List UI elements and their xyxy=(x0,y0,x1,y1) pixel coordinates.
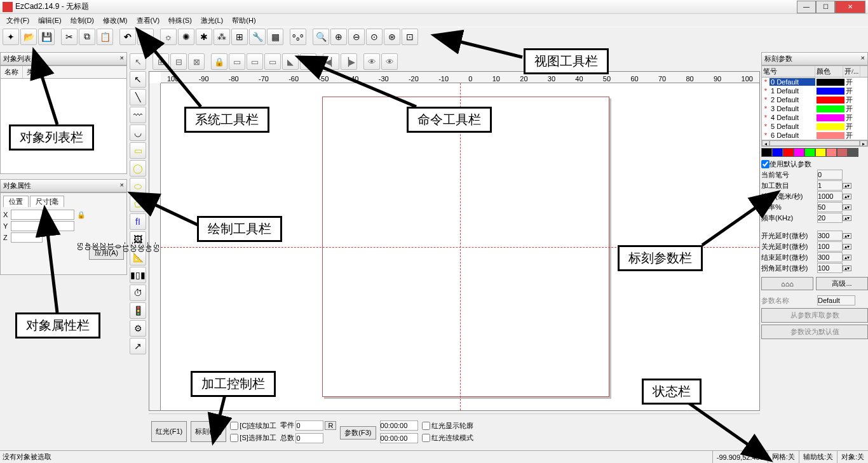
arc-icon[interactable]: ◡ xyxy=(130,124,146,141)
end-delay-input[interactable] xyxy=(817,252,843,262)
tool-icon[interactable]: ᵒₒᵒ xyxy=(290,29,306,45)
load-param-button[interactable]: 从参数库取参数 xyxy=(761,308,868,323)
menu-view[interactable]: 查看(V) xyxy=(133,15,164,27)
xs-input[interactable] xyxy=(43,210,74,220)
undo-icon[interactable]: ↶ xyxy=(119,29,136,45)
red-continuous-checkbox[interactable] xyxy=(422,434,430,442)
rect-icon[interactable]: ▭ xyxy=(130,142,146,159)
count-input[interactable] xyxy=(817,180,843,191)
color-swatch[interactable] xyxy=(772,148,783,157)
color-swatch[interactable] xyxy=(815,148,826,157)
r-button[interactable]: R xyxy=(325,421,336,430)
zoom-all-icon[interactable]: ⊛ xyxy=(384,29,400,45)
ellipse-icon[interactable]: ⬭ xyxy=(130,178,146,194)
set-default-button[interactable]: 参数设为默认值 xyxy=(761,325,868,339)
corner-delay-input[interactable] xyxy=(817,263,843,273)
cur-pen-input[interactable] xyxy=(817,170,843,180)
zoom-out-icon[interactable]: ⊖ xyxy=(348,29,365,45)
zoom-icon[interactable]: 🔍 xyxy=(313,29,329,45)
menu-modify[interactable]: 修改(M) xyxy=(99,15,132,27)
color-swatch[interactable] xyxy=(826,148,837,157)
extend-icon[interactable]: ↗ xyxy=(130,338,146,354)
tool-icon[interactable]: ✺ xyxy=(178,29,194,45)
tool-icon[interactable]: ⊞ xyxy=(231,29,248,45)
save-icon[interactable]: 💾 xyxy=(38,29,55,45)
close-panel-icon[interactable]: × xyxy=(120,181,124,191)
lock-icon[interactable]: 🔒 xyxy=(77,211,86,219)
timer-icon[interactable]: ⏱ xyxy=(130,285,146,301)
tab-size[interactable]: 尺寸[毫 xyxy=(30,196,64,207)
text-icon[interactable]: fI xyxy=(130,213,146,230)
polygon-icon[interactable]: ⬠ xyxy=(130,196,146,212)
line-icon[interactable]: ╲ xyxy=(130,89,146,105)
select-checkbox[interactable] xyxy=(230,434,238,442)
open-icon[interactable]: 📂 xyxy=(20,29,37,45)
tool-icon[interactable]: 🔧 xyxy=(249,29,266,45)
curve-icon[interactable]: 〰 xyxy=(130,107,146,123)
color-swatch[interactable] xyxy=(848,148,858,157)
pen-row[interactable]: *2 Default开 xyxy=(762,95,867,104)
freq-input[interactable] xyxy=(817,213,843,223)
use-default-checkbox[interactable] xyxy=(761,160,770,168)
minimize-button[interactable]: — xyxy=(797,1,816,13)
pointer-icon[interactable]: ↖ xyxy=(130,71,146,88)
loop-button[interactable]: ⌂⌂⌂ xyxy=(761,277,813,290)
menu-draw[interactable]: 绘制(D) xyxy=(67,15,98,27)
close-panel-icon[interactable]: × xyxy=(120,54,124,64)
tab-position[interactable]: 位置 xyxy=(3,196,29,207)
paste-icon[interactable]: 📋 xyxy=(97,29,113,45)
total-input[interactable] xyxy=(295,433,323,443)
tool-icon[interactable]: ✱ xyxy=(196,29,212,45)
status-snap[interactable]: 对象:关 xyxy=(837,451,868,463)
barcode-icon[interactable]: ▮▯▮ xyxy=(130,267,146,283)
tool-icon[interactable]: ▦ xyxy=(267,29,283,45)
maximize-button[interactable]: ☐ xyxy=(816,1,835,13)
param-button[interactable]: 参数(F3) xyxy=(340,426,376,440)
advanced-button[interactable]: 高级... xyxy=(816,277,868,290)
menu-special[interactable]: 特殊(S) xyxy=(165,15,196,27)
red-light-button[interactable]: 红光(F1) xyxy=(151,421,187,442)
zoom-in-icon[interactable]: ⊕ xyxy=(330,29,347,45)
zoom-fit-icon[interactable]: ⊙ xyxy=(366,29,383,45)
on-delay-input[interactable] xyxy=(817,231,843,241)
param-name-input[interactable] xyxy=(817,295,855,305)
pen-list[interactable]: 笔号 颜色 开/... *0 Default开*1 Default开*2 Def… xyxy=(761,65,868,147)
encoder-icon[interactable]: ⚙ xyxy=(130,320,146,337)
pen-row[interactable]: *5 Default开 xyxy=(762,122,867,131)
tool-icon[interactable]: ☼ xyxy=(160,29,177,45)
x-input[interactable] xyxy=(11,210,43,220)
color-swatch[interactable] xyxy=(761,148,772,157)
pen-row[interactable]: *4 Default开 xyxy=(762,113,867,122)
circle-icon[interactable]: ◯ xyxy=(130,160,146,177)
y-input[interactable] xyxy=(11,221,43,231)
pen-row[interactable]: *0 Default开 xyxy=(762,77,867,86)
status-guide[interactable]: 辅助线:关 xyxy=(799,451,837,463)
menu-help[interactable]: 帮助(H) xyxy=(228,15,259,27)
copy-icon[interactable]: ⧉ xyxy=(79,29,95,45)
redo-icon[interactable]: ↷ xyxy=(137,29,154,45)
col-name[interactable]: 名称 xyxy=(1,66,23,78)
parts-input[interactable] xyxy=(295,420,323,431)
color-swatch[interactable] xyxy=(837,148,848,157)
continuous-checkbox[interactable] xyxy=(230,422,238,430)
mark-button[interactable]: 标刻(F2) xyxy=(191,421,226,442)
status-grid[interactable]: 网格:关 xyxy=(768,451,799,463)
color-swatch[interactable] xyxy=(783,148,794,157)
new-icon[interactable]: ✦ xyxy=(3,29,19,45)
close-button[interactable]: ✕ xyxy=(835,1,865,13)
menu-laser[interactable]: 激光(L) xyxy=(197,15,227,27)
power-input[interactable] xyxy=(817,202,843,212)
io-icon[interactable]: 🚦 xyxy=(130,302,146,319)
pen-row[interactable]: *6 Default开 xyxy=(762,131,867,140)
off-delay-input[interactable] xyxy=(817,241,843,252)
speed-input[interactable] xyxy=(817,191,843,201)
color-swatch[interactable] xyxy=(794,148,804,157)
tool-icon[interactable]: ⁂ xyxy=(214,29,230,45)
red-outline-checkbox[interactable] xyxy=(422,422,430,430)
color-swatch[interactable] xyxy=(804,148,815,157)
close-panel-icon[interactable]: × xyxy=(861,54,865,64)
z-input[interactable] xyxy=(11,232,43,243)
menu-file[interactable]: 文件(F) xyxy=(3,15,33,27)
pen-row[interactable]: *3 Default开 xyxy=(762,104,867,113)
menu-edit[interactable]: 编辑(E) xyxy=(34,15,65,27)
